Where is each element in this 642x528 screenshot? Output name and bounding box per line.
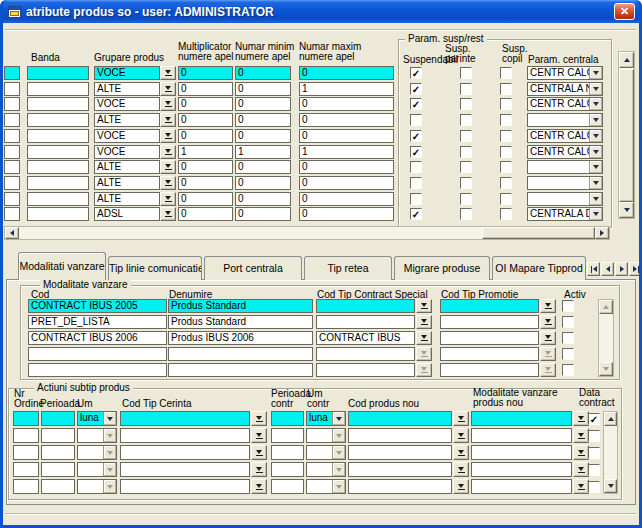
um-combo-value: luna [78, 412, 103, 425]
um-contr-combo[interactable] [306, 462, 346, 477]
 [458, 472, 465, 473]
cod-produs-nou-lov-button[interactable] [453, 462, 469, 477]
cod-produs-nou-lov-button[interactable] [453, 411, 469, 426]
modalitate-produs-nou-lov-button[interactable] [573, 462, 589, 477]
modalitate-produs-nou-field[interactable] [471, 428, 572, 443]
 [578, 433, 584, 437]
cod-produs-nou-lov-button[interactable] [453, 428, 469, 443]
data-contract-checkbox[interactable]: ✓ [588, 413, 600, 425]
nr-ordine-field[interactable] [13, 462, 39, 477]
modalitate-produs-nou-field[interactable] [471, 479, 572, 494]
data-contract-checkbox[interactable] [588, 430, 600, 442]
cod-tip-cerinta-field[interactable] [120, 462, 250, 477]
modalitate-produs-nou-field[interactable] [471, 411, 572, 426]
dropdown-arrow-icon[interactable] [332, 446, 345, 459]
perioada-contr-field[interactable] [271, 428, 304, 443]
data-contract-checkbox[interactable] [588, 447, 600, 459]
modalitate-produs-nou-lov-button[interactable] [573, 411, 589, 426]
perioada-field[interactable] [41, 411, 75, 426]
dropdown-arrow-icon[interactable] [103, 463, 116, 476]
cod-tip-cerinta-field[interactable] [120, 479, 250, 494]
nr-ordine-field[interactable] [13, 445, 39, 460]
cod-tip-cerinta-field[interactable] [120, 411, 250, 426]
modalitate-produs-nou-field[interactable] [471, 462, 572, 477]
cod-produs-nou-field[interactable] [348, 411, 452, 426]
tab-migrare-produse[interactable]: Migrare produse [394, 256, 490, 280]
um-contr-combo[interactable] [306, 428, 346, 443]
cod-tip-cerinta-lov-button[interactable] [251, 479, 267, 494]
dropdown-arrow-icon[interactable] [103, 429, 116, 442]
 [107, 451, 113, 455]
lov-arrow-icon [458, 484, 465, 490]
tab-modalitati-vanzare[interactable]: Modalitati vanzare [18, 252, 106, 280]
perioada-contr-field[interactable] [271, 479, 304, 494]
 [578, 467, 584, 471]
modalitate-produs-nou-lov-button[interactable] [573, 445, 589, 460]
modalitate-produs-nou-lov-button[interactable] [573, 428, 589, 443]
 [256, 450, 262, 454]
 [578, 416, 584, 420]
cod-produs-nou-field[interactable] [348, 479, 452, 494]
um-contr-combo-value [307, 446, 332, 459]
perioada-contr-field[interactable] [271, 462, 304, 477]
nr-ordine-field[interactable] [13, 411, 39, 426]
 [578, 455, 585, 456]
perioada-contr-field[interactable] [271, 445, 304, 460]
dropdown-arrow-icon[interactable] [332, 463, 345, 476]
dropdown-arrow-icon[interactable] [332, 480, 345, 493]
data-contract-checkbox[interactable] [588, 481, 600, 493]
um-contr-combo[interactable]: luna [306, 411, 346, 426]
tab-oi-mapare-tipprod[interactable]: OI Mapare Tipprod [492, 256, 586, 280]
scroll-down-button[interactable] [604, 479, 617, 493]
um-combo-value [78, 446, 103, 459]
um-contr-combo[interactable] [306, 479, 346, 494]
scroll-up-button[interactable] [604, 412, 617, 426]
dropdown-arrow-icon[interactable] [103, 480, 116, 493]
dropdown-arrow-icon[interactable] [103, 412, 116, 425]
dropdown-arrow-icon[interactable] [332, 429, 345, 442]
cod-tip-cerinta-lov-button[interactable] [251, 445, 267, 460]
modalitate-produs-nou-field[interactable] [471, 445, 572, 460]
actiuni-vscrollbar[interactable] [603, 411, 618, 494]
app-icon [8, 5, 22, 19]
 [458, 421, 465, 422]
cod-produs-nou-field[interactable] [348, 445, 452, 460]
um-combo[interactable] [77, 445, 117, 460]
um-combo-value [78, 429, 103, 442]
um-combo[interactable] [77, 479, 117, 494]
cod-produs-nou-lov-button[interactable] [453, 445, 469, 460]
cod-tip-cerinta-lov-button[interactable] [251, 428, 267, 443]
bottom-status-divider [5, 513, 636, 515]
lov-arrow-icon [578, 484, 585, 490]
nr-ordine-field[interactable] [13, 428, 39, 443]
lov-arrow-icon [458, 433, 465, 439]
perioada-contr-field[interactable] [271, 411, 304, 426]
cod-tip-cerinta-field[interactable] [120, 428, 250, 443]
um-combo[interactable] [77, 462, 117, 477]
arrow-down-icon [608, 484, 614, 488]
 [256, 489, 263, 490]
um-contr-combo[interactable] [306, 445, 346, 460]
tab-port-centrala[interactable]: Port centrala [204, 256, 302, 280]
cod-produs-nou-field[interactable] [348, 462, 452, 477]
perioada-field[interactable] [41, 479, 75, 494]
dropdown-arrow-icon[interactable] [103, 446, 116, 459]
perioada-field[interactable] [41, 462, 75, 477]
cod-tip-cerinta-field[interactable] [120, 445, 250, 460]
dropdown-arrow-icon[interactable] [332, 412, 345, 425]
perioada-field[interactable] [41, 445, 75, 460]
tab-tip-linie-comunicatie[interactable]: Tip linie comunicatie [108, 256, 202, 280]
nr-ordine-field[interactable] [13, 479, 39, 494]
um-combo[interactable] [77, 428, 117, 443]
perioada-field[interactable] [41, 428, 75, 443]
cod-tip-cerinta-lov-button[interactable] [251, 462, 267, 477]
um-combo[interactable]: luna [77, 411, 117, 426]
close-button[interactable]: ✕ [614, 3, 635, 20]
tab-tip-retea[interactable]: Tip retea [304, 256, 392, 280]
title-bar: atribute produs so - user: ADMINISTRATOR… [3, 0, 639, 23]
cod-produs-nou-lov-button[interactable] [453, 479, 469, 494]
cod-tip-cerinta-lov-button[interactable] [251, 411, 267, 426]
data-contract-checkbox[interactable] [588, 464, 600, 476]
modalitate-produs-nou-lov-button[interactable] [573, 479, 589, 494]
cod-produs-nou-field[interactable] [348, 428, 452, 443]
